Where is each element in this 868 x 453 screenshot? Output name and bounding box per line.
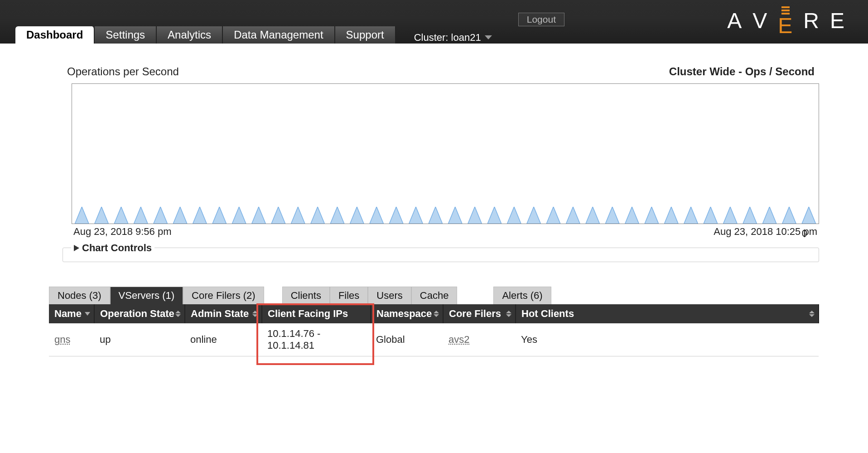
col-opstate-label: Operation State	[100, 308, 174, 319]
subtab-alerts[interactable]: Alerts (6)	[493, 287, 551, 304]
cluster-selector[interactable]: Cluster: loan21	[414, 32, 492, 44]
logo-letter-a: A	[727, 8, 743, 33]
col-operation-state[interactable]: Operation State	[94, 304, 185, 323]
col-namespace[interactable]: Namespace	[371, 304, 443, 323]
chart-title-right: Cluster Wide - Ops / Second	[669, 65, 815, 78]
sort-icon	[506, 311, 511, 317]
svg-marker-9	[506, 311, 511, 313]
logout-button[interactable]: Logout	[518, 13, 564, 26]
col-corefilers-label: Core Filers	[449, 308, 501, 319]
table-header-row: Name Operation State Admin State Client …	[49, 304, 819, 323]
logo-letter-e2: E	[830, 8, 845, 33]
cell-namespace: Global	[371, 323, 443, 356]
svg-marker-3	[175, 311, 181, 313]
cell-name: gns	[49, 323, 94, 356]
col-ips-label: Client Facing IPs	[268, 308, 348, 319]
chart-controls-toggle[interactable]: Chart Controls	[71, 242, 154, 254]
content-area: Operations per Second Cluster Wide - Ops…	[0, 44, 868, 356]
col-admin-state[interactable]: Admin State	[185, 304, 262, 323]
vserver-link[interactable]: gns	[54, 334, 70, 345]
svg-marker-11	[809, 311, 815, 313]
svg-marker-0	[485, 35, 492, 39]
cell-core-filers: avs2	[443, 323, 516, 356]
svg-marker-8	[434, 314, 439, 317]
subtab-vservers[interactable]: VServers (1)	[110, 287, 183, 304]
sort-icon	[175, 311, 181, 317]
col-namespace-label: Namespace	[376, 308, 432, 319]
sort-icon	[252, 311, 258, 317]
cluster-prefix: Cluster:	[414, 32, 448, 44]
tab-data-management[interactable]: Data Management	[223, 26, 335, 44]
sort-icon	[809, 311, 815, 317]
corefiler-link[interactable]: avs2	[448, 334, 469, 345]
x-axis-labels: Aug 23, 2018 9:56 pm Aug 23, 2018 10:25 …	[73, 226, 817, 238]
subtab-users[interactable]: Users	[368, 287, 411, 304]
tab-settings[interactable]: Settings	[95, 26, 157, 44]
tab-dashboard[interactable]: Dashboard	[15, 26, 95, 44]
top-header: Logout A V E R E Dashboard Settings Anal…	[0, 0, 868, 44]
svg-marker-12	[809, 314, 815, 317]
sort-icon	[434, 311, 439, 317]
chart-spikes	[72, 84, 819, 224]
chevron-down-icon	[485, 35, 492, 40]
cell-admin-state: online	[185, 323, 262, 356]
chart-header: Operations per Second Cluster Wide - Ops…	[67, 65, 815, 78]
col-adminstate-label: Admin State	[191, 308, 249, 319]
chart-title-left: Operations per Second	[67, 65, 179, 78]
tab-analytics[interactable]: Analytics	[157, 26, 223, 44]
svg-marker-7	[434, 311, 439, 313]
col-client-facing-ips[interactable]: Client Facing IPs	[262, 304, 371, 323]
logo-letter-e: E	[778, 17, 793, 34]
logo-letter-e-accent: E	[778, 6, 793, 34]
logo-letter-r: R	[803, 8, 820, 33]
svg-marker-2	[85, 312, 90, 316]
cell-ips-value: 10.1.14.76 - 10.1.14.81	[267, 328, 320, 351]
subtab-nodes[interactable]: Nodes (3)	[49, 287, 110, 304]
chart-controls-panel[interactable]: Chart Controls	[63, 248, 819, 262]
x-label-start: Aug 23, 2018 9:56 pm	[73, 226, 172, 238]
chart-container: 1 0 Aug 23, 2018 9:56 pm Aug 23, 2018 10…	[72, 83, 819, 238]
svg-marker-10	[506, 314, 511, 317]
brand-logo: A V E R E	[727, 6, 845, 34]
svg-marker-6	[252, 314, 258, 317]
subtab-clients[interactable]: Clients	[282, 287, 330, 304]
col-name[interactable]: Name	[49, 304, 94, 323]
chart-plot-area[interactable]	[72, 83, 819, 224]
sort-desc-icon	[85, 312, 90, 316]
tab-support[interactable]: Support	[335, 26, 396, 44]
vservers-table: Name Operation State Admin State Client …	[49, 304, 819, 356]
data-subtabs: Nodes (3) VServers (1) Core Filers (2) C…	[49, 287, 819, 304]
cell-client-facing-ips: 10.1.14.76 - 10.1.14.81	[262, 323, 371, 356]
col-hot-clients[interactable]: Hot Clients	[516, 304, 819, 323]
main-nav: Dashboard Settings Analytics Data Manage…	[15, 26, 492, 44]
cell-hot-clients: Yes	[516, 323, 819, 356]
subtab-cache[interactable]: Cache	[411, 287, 458, 304]
svg-marker-1	[74, 245, 79, 251]
col-name-label: Name	[54, 308, 82, 319]
cell-operation-state: up	[94, 323, 185, 356]
y-tick-min: 0	[802, 228, 807, 239]
subtab-corefilers[interactable]: Core Filers (2)	[183, 287, 264, 304]
col-hotclients-label: Hot Clients	[521, 308, 574, 319]
table-row: gns up online 10.1.14.76 - 10.1.14.81 Gl…	[49, 323, 819, 356]
triangle-right-icon	[74, 245, 79, 251]
logo-letter-v: V	[752, 8, 768, 33]
chart-controls-label: Chart Controls	[82, 242, 152, 254]
subtab-files[interactable]: Files	[330, 287, 368, 304]
col-core-filers[interactable]: Core Filers	[443, 304, 516, 323]
svg-marker-5	[252, 311, 258, 313]
cluster-name: loan21	[451, 32, 481, 44]
svg-marker-4	[175, 314, 181, 317]
